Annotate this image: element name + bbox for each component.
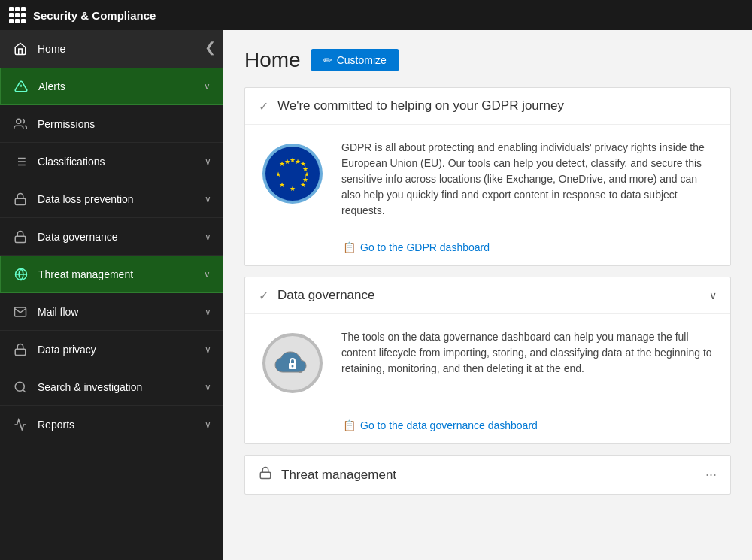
sidebar-item-threat-management[interactable]: Threat management ∨ xyxy=(0,256,223,293)
page-title: Home xyxy=(244,48,301,72)
sidebar-item-label-data-privacy: Data privacy xyxy=(38,344,205,356)
sidebar-item-label-classifications: Classifications xyxy=(38,156,205,168)
classifications-chevron-icon: ∨ xyxy=(205,156,211,167)
main-content: Home ✏ Customize ✓ We're committed to he… xyxy=(223,30,752,560)
svg-text:★: ★ xyxy=(279,181,285,189)
sidebar-collapse-button[interactable]: ❮ xyxy=(205,39,216,56)
main-layout: ❮ Home Alerts ∨ xyxy=(0,30,752,560)
svg-point-29 xyxy=(292,365,294,368)
svg-text:★: ★ xyxy=(302,176,308,183)
sidebar-item-label-mail-flow: Mail flow xyxy=(38,306,205,318)
data-governance-body-text: The tools on the data governance dashboa… xyxy=(341,329,717,377)
top-bar: Security & Compliance xyxy=(0,0,752,30)
data-governance-collapse-icon[interactable]: ∨ xyxy=(709,289,717,301)
app-title: Security & Compliance xyxy=(33,9,156,22)
permissions-icon xyxy=(12,116,29,132)
cloud-lock-icon xyxy=(262,333,323,393)
sidebar: ❮ Home Alerts ∨ xyxy=(0,30,223,560)
threat-management-card: Threat management ··· xyxy=(244,455,731,495)
sidebar-item-mail-flow[interactable]: Mail flow ∨ xyxy=(0,293,223,331)
gdpr-card-footer: 📋 Go to the GDPR dashboard xyxy=(245,234,730,265)
gdpr-logo: ★ ★ ★ ★ ★ ★ ★ ★ ★ ★ ★ ★ xyxy=(259,140,326,207)
sidebar-item-label-dlp: Data loss prevention xyxy=(38,193,205,205)
reports-chevron-icon: ∨ xyxy=(205,419,211,430)
customize-label: Customize xyxy=(337,54,387,66)
sidebar-item-label-permissions: Permissions xyxy=(38,118,211,130)
gdpr-card-header[interactable]: ✓ We're committed to helping on your GDP… xyxy=(245,88,730,125)
data-governance-dashboard-link[interactable]: 📋 Go to the data governance dashboard xyxy=(343,419,717,431)
classifications-icon xyxy=(12,153,29,170)
reports-icon xyxy=(12,416,29,433)
sidebar-item-label-reports: Reports xyxy=(38,419,205,431)
sidebar-item-reports[interactable]: Reports ∨ xyxy=(0,406,223,443)
data-governance-check-icon: ✓ xyxy=(259,289,268,303)
svg-rect-9 xyxy=(15,198,26,204)
svg-text:★: ★ xyxy=(290,185,296,192)
threat-management-card-header[interactable]: Threat management ··· xyxy=(245,456,730,494)
gdpr-link-text: Go to the GDPR dashboard xyxy=(360,241,490,253)
data-governance-card-footer: 📋 Go to the data governance dashboard xyxy=(245,412,730,443)
gdpr-link-icon: 📋 xyxy=(343,241,356,253)
data-governance-card-body: The tools on the data governance dashboa… xyxy=(245,314,730,412)
sidebar-item-label-home: Home xyxy=(38,43,211,55)
sidebar-item-label-threat: Threat management xyxy=(38,268,204,280)
data-governance-card-title: Data governance xyxy=(277,288,709,303)
app-grid-icon xyxy=(9,7,26,23)
dg-link-icon: 📋 xyxy=(343,419,356,431)
gdpr-body-text: GDPR is all about protecting and enablin… xyxy=(341,140,717,219)
data-loss-prevention-icon xyxy=(12,191,29,207)
dg-link-text: Go to the data governance dashboard xyxy=(360,419,538,431)
data-governance-card-header[interactable]: ✓ Data governance ∨ xyxy=(245,277,730,314)
sidebar-item-data-loss-prevention[interactable]: Data loss prevention ∨ xyxy=(0,180,223,218)
threat-chevron-icon: ∨ xyxy=(204,269,211,280)
alerts-icon xyxy=(13,78,29,95)
sidebar-item-permissions[interactable]: Permissions xyxy=(0,105,223,143)
gdpr-dashboard-link[interactable]: 📋 Go to the GDPR dashboard xyxy=(343,241,717,253)
threat-more-icon[interactable]: ··· xyxy=(705,467,717,483)
threat-management-card-title: Threat management xyxy=(281,468,705,483)
data-governance-card: ✓ Data governance ∨ xyxy=(244,277,731,444)
svg-rect-13 xyxy=(15,349,26,355)
search-chevron-icon: ∨ xyxy=(205,382,211,392)
gdpr-card: ✓ We're committed to helping on your GDP… xyxy=(244,87,731,266)
mail-flow-chevron-icon: ∨ xyxy=(205,307,211,317)
alerts-chevron-icon: ∨ xyxy=(204,81,211,92)
svg-text:★: ★ xyxy=(302,165,308,173)
gdpr-check-icon: ✓ xyxy=(259,99,268,114)
eu-flag-icon: ★ ★ ★ ★ ★ ★ ★ ★ ★ ★ ★ ★ xyxy=(262,144,323,204)
sidebar-item-label-alerts: Alerts xyxy=(38,80,204,92)
mail-flow-icon xyxy=(12,304,29,320)
data-governance-icon xyxy=(12,229,29,245)
sidebar-item-label-data-governance: Data governance xyxy=(38,231,205,243)
gdpr-card-body: ★ ★ ★ ★ ★ ★ ★ ★ ★ ★ ★ ★ xyxy=(245,125,730,234)
edit-icon: ✏ xyxy=(323,54,332,66)
sidebar-item-data-governance[interactable]: Data governance ∨ xyxy=(0,218,223,256)
svg-text:★: ★ xyxy=(295,158,301,165)
data-privacy-icon xyxy=(12,341,29,358)
sidebar-item-classifications[interactable]: Classifications ∨ xyxy=(0,143,223,180)
svg-point-2 xyxy=(17,119,21,123)
threat-lock-icon xyxy=(259,466,272,483)
sidebar-item-search-investigation[interactable]: Search & investigation ∨ xyxy=(0,368,223,406)
svg-line-15 xyxy=(23,389,25,392)
content-header: Home ✏ Customize xyxy=(244,48,731,72)
data-governance-logo xyxy=(259,329,326,397)
svg-text:★: ★ xyxy=(275,171,281,178)
sidebar-item-label-search: Search & investigation xyxy=(38,381,205,393)
svg-rect-10 xyxy=(15,236,26,242)
dlp-chevron-icon: ∨ xyxy=(205,194,211,204)
svg-text:★: ★ xyxy=(284,158,290,165)
sidebar-item-data-privacy[interactable]: Data privacy ∨ xyxy=(0,331,223,368)
customize-button[interactable]: ✏ Customize xyxy=(311,49,399,71)
svg-point-14 xyxy=(15,382,24,391)
gdpr-card-title: We're committed to helping on your GDPR … xyxy=(277,98,717,114)
sidebar-item-alerts[interactable]: Alerts ∨ xyxy=(0,68,223,105)
data-governance-chevron-icon: ∨ xyxy=(205,232,211,242)
home-icon xyxy=(12,41,29,57)
data-privacy-chevron-icon: ∨ xyxy=(205,344,211,355)
threat-management-icon xyxy=(13,266,29,283)
svg-rect-30 xyxy=(260,472,271,478)
search-icon xyxy=(12,379,29,395)
sidebar-item-home[interactable]: Home xyxy=(0,30,223,68)
